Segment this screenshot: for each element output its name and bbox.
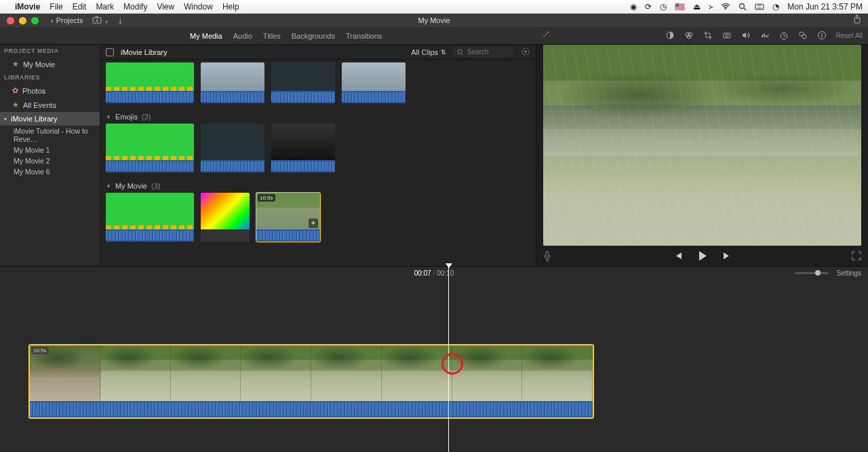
svg-line-2	[744, 8, 746, 10]
group-name: My Movie	[115, 182, 147, 190]
clip-duration-badge: 10.5s	[31, 347, 49, 354]
tab-transitions[interactable]: Transitions	[346, 32, 382, 40]
sidebar-project-media[interactable]: ★ My Movie	[0, 57, 100, 71]
browser-group-header[interactable]: My Movie (3)	[106, 179, 530, 193]
status-clock-icon[interactable]: ◷	[660, 2, 667, 12]
media-clip-selected[interactable]: 10.5s +	[256, 193, 320, 242]
status-flag-icon[interactable]: 🇺🇸	[675, 2, 685, 12]
window-minimize-button[interactable]	[19, 17, 26, 24]
timeline[interactable]: 10.5s	[0, 280, 868, 452]
status-search-icon[interactable]	[738, 3, 747, 11]
projects-back-button[interactable]: ‹ Projects	[51, 16, 83, 24]
app-menu[interactable]: iMovie	[15, 2, 40, 12]
media-clip[interactable]	[106, 193, 194, 242]
speed-button[interactable]	[779, 31, 789, 41]
tab-backgrounds[interactable]: Backgrounds	[292, 32, 335, 40]
svg-point-23	[525, 50, 527, 52]
sidebar-item-label: Photos	[22, 87, 45, 95]
group-count: (3)	[142, 113, 151, 121]
search-field[interactable]	[453, 47, 514, 57]
menu-help[interactable]: Help	[222, 2, 239, 12]
sidebar-photos[interactable]: ✿ Photos	[0, 83, 100, 98]
timeline-zoom-slider[interactable]	[795, 272, 829, 274]
media-clip[interactable]	[201, 124, 264, 172]
time-indicator-bar: 00:07 / 00:10 Settings	[0, 266, 868, 280]
status-controlcenter-icon[interactable]	[755, 3, 764, 10]
color-correction-button[interactable]	[684, 31, 694, 41]
import-button[interactable]: ▾	[92, 14, 107, 26]
sidebar-imovie-library[interactable]: ▾ iMovie Library	[0, 112, 100, 126]
clip-filter-dropdown[interactable]: All Clips ⇅	[411, 48, 446, 56]
status-user-icon[interactable]: ◔	[772, 2, 779, 12]
current-time: 00:07	[414, 269, 431, 277]
status-record-icon[interactable]: ◉	[630, 2, 637, 12]
total-time: 00:10	[437, 269, 454, 277]
prev-frame-button[interactable]	[673, 251, 684, 261]
stabilization-button[interactable]	[722, 31, 732, 41]
download-arrow-icon[interactable]: ↓	[117, 14, 123, 26]
menu-mark[interactable]: Mark	[96, 2, 114, 12]
chevron-down-icon: ▾	[4, 116, 7, 122]
share-button[interactable]	[853, 14, 861, 26]
volume-button[interactable]	[741, 31, 751, 41]
status-sync-icon[interactable]: ⟳	[645, 2, 652, 12]
media-clip[interactable]	[271, 62, 335, 103]
menu-view[interactable]: View	[157, 2, 174, 12]
clip-trim-handle-left[interactable]	[30, 345, 34, 417]
clip-audio-track[interactable]	[30, 401, 593, 417]
window-titlebar: ‹ Projects ▾ ↓ My Movie	[0, 14, 868, 27]
clip-trim-handle-right[interactable]	[589, 345, 593, 417]
menu-edit[interactable]: Edit	[73, 2, 87, 12]
timeline-clip[interactable]: 10.5s	[28, 344, 594, 419]
sidebar-event[interactable]: My Movie 2	[0, 155, 100, 166]
status-wifi-icon[interactable]	[721, 3, 730, 10]
play-button[interactable]	[696, 250, 709, 262]
media-clip[interactable]	[342, 62, 406, 103]
add-to-timeline-icon[interactable]: +	[309, 219, 318, 228]
browser-settings-button[interactable]	[521, 47, 530, 58]
timeline-settings-button[interactable]: Settings	[837, 269, 861, 277]
sidebar-event[interactable]: My Movie 1	[0, 145, 100, 155]
media-clip[interactable]	[106, 62, 194, 103]
status-eject-icon[interactable]: ⏏	[693, 2, 701, 12]
sidebar-event[interactable]: My Movie 6	[0, 166, 100, 177]
clip-filter-button[interactable]	[798, 31, 808, 41]
star-icon: ★	[12, 60, 19, 69]
svg-line-21	[462, 54, 463, 55]
macos-menubar: iMovie File Edit Mark Modify View Window…	[0, 0, 868, 14]
window-close-button[interactable]	[7, 17, 14, 24]
browser-group-header[interactable]: Emojis (3)	[106, 110, 530, 124]
fullscreen-button[interactable]	[852, 251, 861, 261]
media-clip[interactable]	[271, 124, 335, 172]
menu-file[interactable]: File	[50, 2, 62, 12]
search-input[interactable]	[467, 48, 508, 56]
playhead-marker[interactable]	[446, 263, 452, 268]
tab-my-media[interactable]: My Media	[190, 32, 222, 40]
menu-window[interactable]: Window	[184, 2, 213, 12]
next-frame-button[interactable]	[721, 251, 732, 261]
reset-all-button[interactable]: Reset All	[836, 32, 863, 39]
voiceover-button[interactable]	[543, 250, 551, 261]
tab-titles[interactable]: Titles	[263, 32, 281, 40]
media-clip-titles[interactable]	[201, 193, 250, 242]
crop-button[interactable]	[703, 31, 713, 41]
sidebar-event[interactable]: iMovie Tutorial - How to Reve…	[0, 126, 100, 145]
sidebar-all-events[interactable]: ★ All Events	[0, 98, 100, 112]
group-count: (3)	[151, 182, 160, 190]
window-zoom-button[interactable]	[31, 17, 39, 24]
noise-reduction-button[interactable]	[760, 31, 770, 41]
info-button[interactable]	[817, 31, 827, 41]
menubar-clock[interactable]: Mon Jun 21 3:57 PM	[787, 2, 863, 12]
status-bluetooth-icon[interactable]: ᚛	[709, 2, 713, 12]
tab-audio[interactable]: Audio	[233, 32, 252, 40]
media-tabs: My Media Audio Titles Backgrounds Transi…	[190, 32, 382, 40]
media-clip[interactable]	[106, 124, 194, 172]
sidebar-item-label: My Movie	[23, 60, 55, 69]
media-clip[interactable]	[201, 62, 264, 103]
auto-enhance-button[interactable]	[541, 30, 551, 42]
menu-modify[interactable]: Modify	[123, 2, 147, 12]
color-balance-button[interactable]	[665, 31, 675, 41]
browser-title: iMovie Library	[121, 48, 167, 56]
preview-canvas[interactable]	[543, 45, 861, 246]
list-view-toggle[interactable]	[106, 48, 114, 56]
